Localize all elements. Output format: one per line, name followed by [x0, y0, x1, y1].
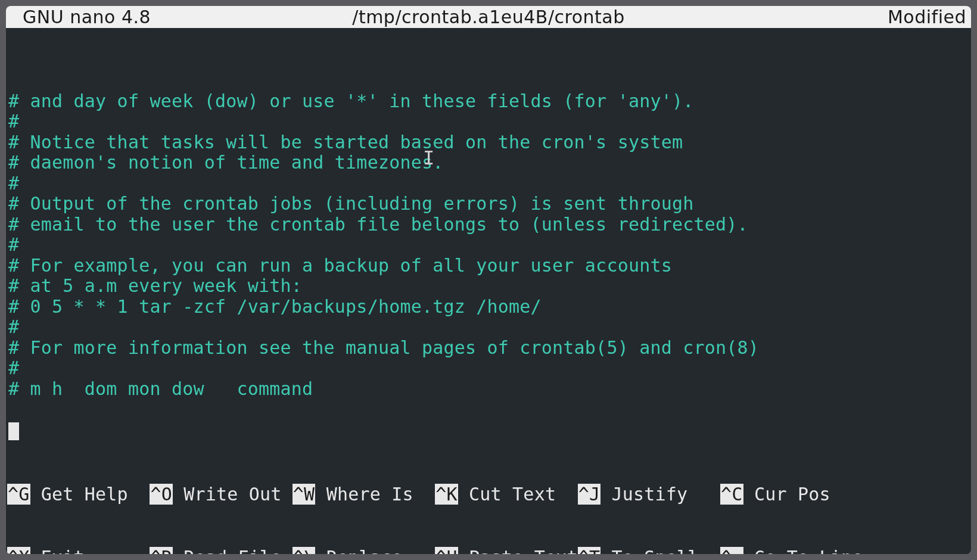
shortcut-label: Replace [315, 547, 435, 554]
shortcut-item[interactable]: ^\ Replace [293, 547, 435, 554]
shortcut-label: Exit [30, 547, 150, 554]
editor-line: # [8, 317, 969, 338]
nano-version: GNU nano 4.8 [23, 7, 151, 27]
editor-line: # 0 5 * * 1 tar -zcf /var/backups/home.t… [8, 297, 969, 318]
shortcut-row-2: ^X Exit ^R Read File ^\ Replace ^U Paste… [7, 547, 969, 554]
nano-modified-indicator: Modified [888, 7, 966, 27]
editor-line: # [8, 173, 969, 194]
editor-line: # daemon's notion of time and timezones. [8, 153, 969, 173]
shortcut-key: ^W [293, 484, 316, 505]
editor-line: # For more information see the manual pa… [8, 338, 969, 359]
shortcut-key: ^K [435, 484, 458, 505]
shortcut-key: ^G [7, 484, 30, 505]
editor-line: # Notice that tasks will be started base… [8, 132, 969, 153]
shortcut-item[interactable]: ^O Write Out [150, 484, 292, 505]
shortcut-key: ^X [7, 547, 30, 554]
shortcut-item[interactable]: ^T To Spell [578, 547, 720, 554]
editor-cursor-line [8, 420, 969, 441]
shortcut-item[interactable]: ^R Read File [150, 547, 292, 554]
editor-line: # at 5 a.m every week with: [8, 276, 969, 297]
editor-content[interactable]: # and day of week (dow) or use '*' in th… [6, 28, 971, 441]
block-cursor [8, 422, 19, 440]
editor-line: # m h dom mon dow command [8, 379, 969, 400]
shortcut-item[interactable]: ^G Get Help [7, 484, 150, 505]
shortcut-item[interactable]: ^U Paste Text [435, 547, 577, 554]
editor-line: # email to the user the crontab file bel… [8, 214, 969, 235]
shortcut-key: ^_ [720, 547, 743, 554]
shortcut-key: ^R [150, 547, 173, 554]
editor-line [8, 399, 969, 420]
shortcut-item[interactable]: ^_ Go To Line [720, 547, 863, 554]
shortcut-row-1: ^G Get Help ^O Write Out ^W Where Is ^K … [7, 484, 969, 505]
nano-filename: /tmp/crontab.a1eu4B/crontab [352, 7, 624, 27]
editor-line: # Output of the crontab jobs (including … [8, 194, 969, 214]
editor-line: # [8, 111, 969, 132]
shortcut-key: ^\ [293, 547, 316, 554]
shortcut-label: Go To Line [743, 547, 863, 554]
shortcut-label: To Spell [600, 547, 720, 554]
shortcut-key: ^C [720, 484, 743, 505]
shortcut-item[interactable]: ^J Justify [578, 484, 720, 505]
shortcut-label: Cur Pos [743, 484, 830, 505]
shortcut-label: Justify [600, 484, 720, 505]
shortcut-item[interactable]: ^W Where Is [293, 484, 435, 505]
shortcut-label: Write Out [173, 484, 293, 505]
shortcut-item[interactable]: ^X Exit [7, 547, 150, 554]
shortcut-label: Where Is [315, 484, 435, 505]
shortcut-item[interactable]: ^C Cur Pos [720, 484, 830, 505]
shortcut-label: Read File [173, 547, 293, 554]
shortcut-key: ^O [150, 484, 173, 505]
nano-titlebar: GNU nano 4.8 /tmp/crontab.a1eu4B/crontab… [6, 6, 971, 28]
shortcut-key: ^T [578, 547, 601, 554]
nano-shortcut-bar: ^G Get Help ^O Write Out ^W Where Is ^K … [6, 441, 971, 554]
shortcut-key: ^U [435, 547, 458, 554]
shortcut-label: Get Help [30, 484, 150, 505]
nano-editor-window: GNU nano 4.8 /tmp/crontab.a1eu4B/crontab… [6, 6, 971, 554]
shortcut-label: Cut Text [458, 484, 578, 505]
shortcut-item[interactable]: ^K Cut Text [435, 484, 577, 505]
editor-line: # For example, you can run a backup of a… [8, 256, 969, 276]
editor-line: # [8, 358, 969, 379]
editor-line: # [8, 235, 969, 256]
editor-line: # and day of week (dow) or use '*' in th… [8, 91, 969, 112]
shortcut-key: ^J [578, 484, 601, 505]
shortcut-label: Paste Text [458, 547, 578, 554]
